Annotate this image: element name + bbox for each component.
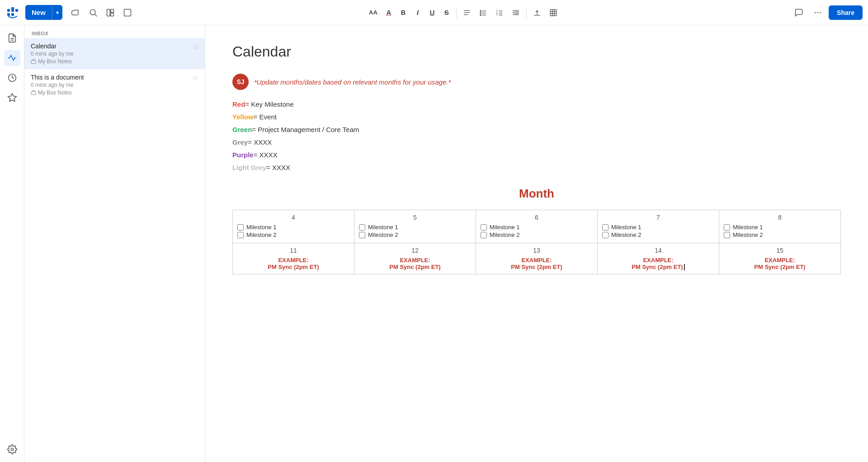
cal-item-label-7-1: Milestone 1 bbox=[611, 224, 641, 231]
day-number-7: 7 bbox=[602, 214, 714, 221]
day-number-14: 14 bbox=[602, 247, 714, 254]
more-options-button[interactable] bbox=[810, 5, 826, 20]
legend-desc-green: = Project Management / Core Team bbox=[252, 124, 359, 135]
legend-desc-lightgrey: = XXXX bbox=[266, 162, 290, 173]
sidebar-item-calendar-meta: 0 mins ago by me bbox=[31, 51, 189, 57]
indent-button[interactable] bbox=[508, 6, 524, 19]
svg-rect-2 bbox=[7, 13, 10, 16]
toolbar-right: Share bbox=[791, 5, 863, 20]
align-button[interactable] bbox=[459, 6, 475, 19]
search-icon-button[interactable] bbox=[85, 5, 101, 20]
sidebar-item-calendar-star[interactable]: ☆ bbox=[192, 42, 198, 51]
toolbar: New ▾ AA A B I U S bbox=[0, 0, 868, 25]
legend-desc-yellow: = Event bbox=[254, 112, 277, 123]
svg-rect-45 bbox=[31, 61, 36, 64]
checkbox-4-2[interactable] bbox=[237, 232, 244, 238]
bold-button[interactable]: B bbox=[396, 6, 410, 19]
checkbox-4-1[interactable] bbox=[237, 224, 244, 231]
svg-line-6 bbox=[95, 14, 97, 16]
checkbox-6-2[interactable] bbox=[481, 232, 487, 238]
legend-desc-purple: = XXXX bbox=[254, 150, 278, 160]
table-button[interactable] bbox=[546, 6, 561, 19]
cal-item-4-1: Milestone 1 bbox=[237, 224, 349, 231]
new-dropdown-button[interactable]: ▾ bbox=[52, 6, 62, 19]
document-title: Calendar bbox=[232, 43, 841, 60]
folder-icon-button[interactable] bbox=[68, 5, 84, 20]
strikethrough-button[interactable]: S bbox=[440, 6, 453, 19]
sidebar-item-document[interactable]: This is a document 0 mins ago by me My B… bbox=[24, 69, 205, 100]
checkbox-8-1[interactable] bbox=[724, 224, 730, 231]
app-logo bbox=[5, 5, 20, 20]
svg-text:3.: 3. bbox=[496, 13, 498, 16]
toolbar-left: New ▾ bbox=[5, 5, 136, 20]
svg-marker-43 bbox=[8, 94, 16, 101]
example-13-2: PM Sync (2pm ET) bbox=[481, 264, 593, 270]
new-button[interactable]: New bbox=[25, 5, 52, 20]
checkbox-7-1[interactable] bbox=[602, 224, 609, 231]
svg-rect-3 bbox=[11, 13, 14, 16]
cal-item-5-2: Milestone 2 bbox=[359, 231, 471, 238]
legend-color-yellow: Yellow bbox=[232, 112, 254, 123]
layout-icon-button[interactable] bbox=[102, 5, 118, 20]
day-number-8: 8 bbox=[724, 214, 836, 221]
rail-document-icon[interactable] bbox=[4, 30, 20, 46]
calendar-cell-5: 5 Milestone 1 Milestone 2 bbox=[354, 210, 476, 243]
day-number-13: 13 bbox=[481, 247, 593, 254]
sidebar-item-calendar-title: Calendar bbox=[31, 42, 189, 50]
legend-item-purple: Purple = XXXX bbox=[232, 150, 841, 160]
example-13-1: EXAMPLE: bbox=[481, 257, 593, 264]
legend-color-lightgrey: Light Grey bbox=[232, 162, 266, 173]
legend-color-purple: Purple bbox=[232, 150, 254, 160]
share-button[interactable]: Share bbox=[829, 5, 863, 20]
calendar-cell-6: 6 Milestone 1 Milestone 2 bbox=[476, 210, 598, 243]
legend-item-grey: Grey = XXXX bbox=[232, 137, 841, 148]
document-meta-row: SJ *Update months/dates based on relevan… bbox=[232, 74, 841, 90]
sidebar-item-calendar-content: Calendar 0 mins ago by me My Box Notes bbox=[31, 42, 189, 65]
underline-button[interactable]: U bbox=[425, 6, 439, 19]
italic-button[interactable]: I bbox=[411, 6, 425, 19]
sidebar-item-document-star[interactable]: ☆ bbox=[192, 74, 198, 82]
checkbox-6-1[interactable] bbox=[481, 224, 487, 231]
main-layout: INBOX Calendar 0 mins ago by me My Box N… bbox=[0, 25, 868, 462]
format-divider-1 bbox=[456, 6, 457, 19]
calendar-cell-12: 12 EXAMPLE: PM Sync (2pm ET) bbox=[354, 243, 476, 274]
cal-item-label-8-1: Milestone 1 bbox=[733, 224, 763, 231]
calendar-cell-14[interactable]: 14 EXAMPLE: PM Sync (2pm ET) bbox=[598, 243, 719, 274]
cal-item-label-4-2: Milestone 2 bbox=[246, 231, 276, 238]
calendar-row-2: 11 EXAMPLE: PM Sync (2pm ET) 12 EXAMPLE:… bbox=[233, 243, 841, 274]
format-divider-2 bbox=[526, 6, 527, 19]
example-11-2: PM Sync (2pm ET) bbox=[237, 264, 349, 270]
sidebar-item-calendar[interactable]: Calendar 0 mins ago by me My Box Notes ☆ bbox=[24, 38, 205, 69]
comment-button[interactable] bbox=[791, 5, 807, 20]
calendar-cell-11: 11 EXAMPLE: PM Sync (2pm ET) bbox=[233, 243, 354, 274]
square-icon-button[interactable] bbox=[119, 5, 136, 20]
day-number-4: 4 bbox=[237, 214, 349, 221]
font-color-button[interactable]: A bbox=[382, 6, 396, 19]
font-size-button[interactable]: AA bbox=[365, 6, 381, 19]
rail-settings-icon[interactable] bbox=[4, 441, 20, 457]
cal-item-6-1: Milestone 1 bbox=[481, 224, 593, 231]
checkbox-7-2[interactable] bbox=[602, 232, 609, 238]
inbox-label: INBOX bbox=[24, 25, 205, 38]
cal-item-5-1: Milestone 1 bbox=[359, 224, 471, 231]
calendar-week1: 4 Milestone 1 Milestone 2 5 bbox=[232, 210, 841, 274]
calendar-cell-8: 8 Milestone 1 Milestone 2 bbox=[719, 210, 841, 243]
svg-rect-7 bbox=[107, 9, 110, 16]
checkbox-5-2[interactable] bbox=[359, 232, 365, 238]
document-content: Calendar SJ *Update months/dates based o… bbox=[205, 25, 868, 462]
checkbox-5-1[interactable] bbox=[359, 224, 365, 231]
ordered-list-button[interactable]: 1.2.3. bbox=[492, 6, 507, 19]
checkbox-8-2[interactable] bbox=[724, 232, 730, 238]
example-11-1: EXAMPLE: bbox=[237, 257, 349, 264]
svg-rect-4 bbox=[15, 9, 18, 12]
rail-star-icon[interactable] bbox=[4, 90, 20, 106]
sidebar-item-calendar-location: My Box Notes bbox=[31, 58, 189, 65]
upload-button[interactable] bbox=[529, 6, 545, 19]
cal-item-label-5-1: Milestone 1 bbox=[368, 224, 398, 231]
day-number-15: 15 bbox=[724, 247, 836, 254]
bullet-list-button[interactable] bbox=[476, 6, 491, 19]
legend-desc-grey: = XXXX bbox=[248, 137, 272, 148]
rail-clock-icon[interactable] bbox=[4, 70, 20, 86]
rail-inbox-icon[interactable] bbox=[4, 50, 20, 66]
day-number-11: 11 bbox=[237, 247, 349, 254]
